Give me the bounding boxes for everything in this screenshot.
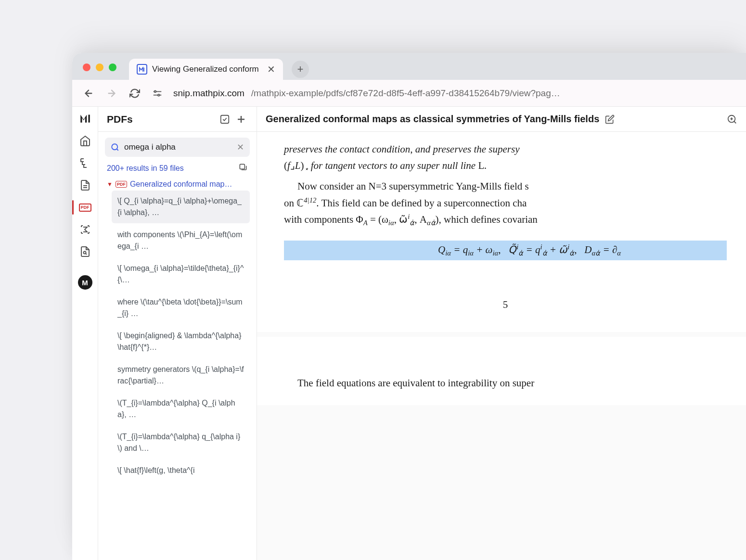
add-icon[interactable] <box>234 113 248 126</box>
pdf-page: The field equations are equivalent to in… <box>257 337 746 405</box>
svg-line-19 <box>734 121 736 123</box>
avatar[interactable]: M <box>78 275 92 290</box>
results-summary: 200+ results in 59 files <box>98 161 257 178</box>
highlighted-equation[interactable]: Qiα = qiα + ωiα, Q̃iα̇ = qiα̇ + ω̃iα̇, D… <box>284 241 727 260</box>
result-item[interactable]: \[ \omega_{i \alpha}=\tilde{\theta}_{i}^… <box>112 258 250 291</box>
result-item[interactable]: \(T_{i}=\lambda^{\alpha} Q_{i \alpha}, … <box>112 393 250 425</box>
left-rail: PDF M <box>72 107 98 560</box>
sigma-icon[interactable] <box>75 219 95 240</box>
window-maximize-button[interactable] <box>109 64 116 71</box>
search-box[interactable]: ✕ <box>105 138 250 157</box>
svg-rect-15 <box>240 164 244 169</box>
result-item[interactable]: \(T_{i}=\lambda^{\alpha} q_{\alpha i}\) … <box>112 426 250 459</box>
tab-title: Viewing Generalized conform <box>152 64 259 74</box>
window-minimize-button[interactable] <box>96 64 103 71</box>
collapse-all-icon[interactable] <box>238 163 248 174</box>
svg-line-14 <box>116 149 118 150</box>
tab-favicon <box>137 64 147 75</box>
result-item[interactable]: where \(\tau^{\beta \dot{\beta}}=\sum_{i… <box>112 292 250 324</box>
clear-icon[interactable]: ✕ <box>237 142 244 153</box>
url-domain: snip.mathpix.com <box>173 88 244 99</box>
result-items: \[ Q_{i \alpha}=q_{i \alpha}+\omega_{i \… <box>98 191 257 482</box>
file-name: Generalized conformal map… <box>130 180 232 189</box>
site-settings-icon[interactable] <box>151 87 164 100</box>
svg-rect-6 <box>88 115 90 122</box>
url-input[interactable]: snip.mathpix.com/mathpix-example/pdfs/cf… <box>173 88 736 99</box>
url-path: /mathpix-example/pdfs/cf87e72d-d8f5-4eff… <box>251 88 560 99</box>
traffic-lights <box>83 64 116 71</box>
doc-content[interactable]: preserves the contact condition, and pre… <box>257 132 746 560</box>
result-item[interactable]: with components \(\Phi_{A}=\left(\omega_… <box>112 224 250 257</box>
svg-point-0 <box>154 90 156 92</box>
results-count: 200+ results in 59 files <box>107 164 184 173</box>
paragraph: The field equations are equivalent to in… <box>284 375 727 392</box>
svg-point-9 <box>83 252 86 254</box>
svg-rect-10 <box>221 115 229 123</box>
result-item[interactable]: \[ Q_{i \alpha}=q_{i \alpha}+\omega_{i \… <box>112 191 250 223</box>
new-tab-button[interactable]: + <box>292 61 309 78</box>
result-item[interactable]: \[ \begin{aligned} & \lambda^{\alpha} \h… <box>112 325 250 358</box>
pdf-file-icon: PDF <box>116 181 127 188</box>
search-input[interactable] <box>124 142 232 152</box>
doc-header: Generalized conformal maps as classical … <box>257 107 746 132</box>
sidebar-title: PDFs <box>107 114 215 125</box>
main-view: Generalized conformal maps as classical … <box>257 107 746 560</box>
result-item[interactable]: \[ \hat{f}\left(g, \theta^{i <box>112 460 250 481</box>
browser-tab[interactable]: Viewing Generalized conform ✕ <box>129 59 283 80</box>
paragraph: Now consider an N=3 supersymmetric Yang-… <box>284 178 727 229</box>
nav-reload-button[interactable] <box>128 87 141 100</box>
checkbox-icon[interactable] <box>218 113 232 126</box>
window-close-button[interactable] <box>83 64 90 71</box>
sidebar-header: PDFs <box>98 107 257 132</box>
home-icon[interactable] <box>75 131 95 151</box>
svg-point-13 <box>112 144 117 150</box>
browser-window: Viewing Generalized conform ✕ + snip.mat… <box>72 53 746 560</box>
document-icon[interactable] <box>75 175 95 195</box>
zoom-in-icon[interactable] <box>727 114 737 125</box>
sidebar: PDFs ✕ 200 <box>98 107 257 560</box>
search-icon <box>111 143 119 152</box>
app-logo[interactable] <box>78 112 92 125</box>
pdf-icon[interactable]: PDF <box>75 197 95 217</box>
result-item[interactable]: symmetry generators \(q_{i \alpha}=\frac… <box>112 359 250 392</box>
file-search-icon[interactable] <box>75 242 95 262</box>
nav-back-button[interactable] <box>82 87 95 100</box>
tree-icon[interactable] <box>75 153 95 173</box>
paragraph: preserves the contact condition, and pre… <box>284 141 727 175</box>
result-file[interactable]: ▼ PDF Generalized conformal map… <box>98 178 257 191</box>
nav-forward-button[interactable] <box>105 87 118 100</box>
app-content: PDF M PDFs <box>72 107 746 560</box>
doc-title: Generalized conformal maps as classical … <box>266 114 599 125</box>
url-bar: snip.mathpix.com/mathpix-example/pdfs/cf… <box>72 80 746 107</box>
page-number: 5 <box>284 297 727 313</box>
tab-close-icon[interactable]: ✕ <box>267 64 275 75</box>
edit-icon[interactable] <box>605 115 615 124</box>
chevron-down-icon: ▼ <box>107 181 113 188</box>
tab-bar: Viewing Generalized conform ✕ + <box>72 53 746 80</box>
svg-point-3 <box>158 94 160 96</box>
pdf-page: preserves the contact condition, and pre… <box>257 132 746 332</box>
